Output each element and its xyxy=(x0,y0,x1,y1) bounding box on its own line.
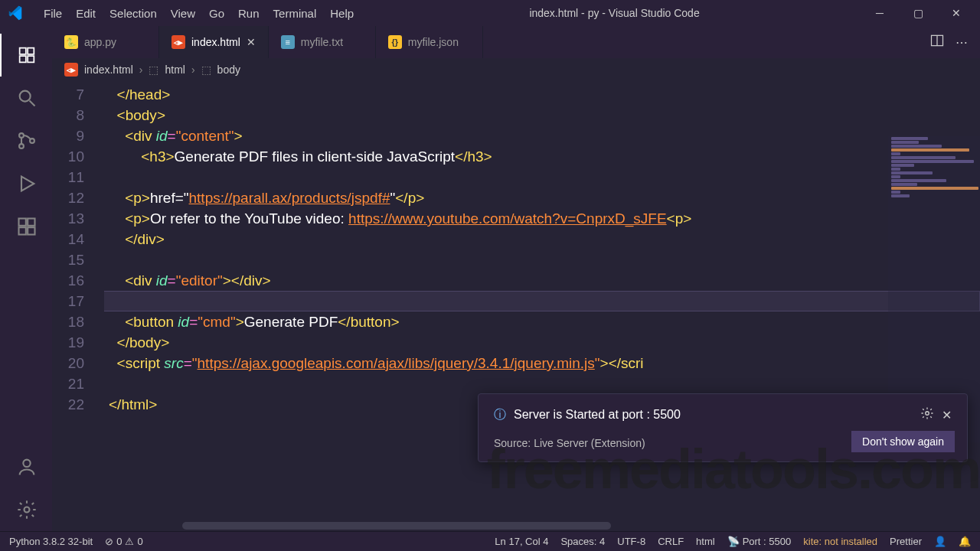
tab-myfile-json[interactable]: {} myfile.json xyxy=(376,26,483,58)
tab-myfile-txt[interactable]: ≡ myfile.txt xyxy=(269,26,376,58)
menu-help[interactable]: Help xyxy=(323,4,361,23)
symbol-icon: ⬚ xyxy=(149,64,158,76)
notification-message: Server is Started at port : 5500 xyxy=(514,408,681,422)
activity-bar xyxy=(0,26,52,531)
horizontal-scrollbar[interactable] xyxy=(52,520,980,531)
line-gutter: 78910111213141516171819202122 xyxy=(52,81,106,520)
menu-selection[interactable]: Selection xyxy=(103,4,164,23)
status-spaces[interactable]: Spaces: 4 xyxy=(560,536,605,547)
close-icon[interactable]: ✕ xyxy=(942,408,952,422)
menu-edit[interactable]: Edit xyxy=(69,4,103,23)
breadcrumb-symbol[interactable]: html xyxy=(165,64,185,76)
settings-tab[interactable] xyxy=(0,488,52,531)
status-eol[interactable]: CRLF xyxy=(658,536,684,547)
python-icon: 🐍 xyxy=(64,35,78,49)
tab-label: index.html xyxy=(191,36,240,48)
close-tab-icon[interactable]: ✕ xyxy=(247,36,256,48)
vscode-logo-icon xyxy=(6,4,24,22)
more-actions-icon[interactable]: ⋯ xyxy=(956,35,968,50)
tab-label: myfile.txt xyxy=(301,36,343,48)
error-icon: ⊘ xyxy=(105,536,113,547)
tab-index-html[interactable]: ◃▸ index.html ✕ xyxy=(159,26,269,58)
scrollbar-thumb[interactable] xyxy=(182,522,611,530)
accounts-tab[interactable] xyxy=(0,445,52,488)
notification-toast: ⓘ Server is Started at port : 5500 ✕ Sou… xyxy=(478,393,968,462)
status-bar: Python 3.8.2 32-bit ⊘0 ⚠0 Ln 17, Col 4 S… xyxy=(0,531,980,551)
status-lang[interactable]: html xyxy=(696,536,715,547)
svg-point-11 xyxy=(926,412,929,416)
svg-rect-5 xyxy=(28,219,34,226)
maximize-button[interactable]: ▢ xyxy=(906,7,929,19)
status-problems[interactable]: ⊘0 ⚠0 xyxy=(105,536,142,547)
menu-view[interactable]: View xyxy=(164,4,202,23)
status-encoding[interactable]: UTF-8 xyxy=(617,536,645,547)
split-editor-icon[interactable] xyxy=(929,33,945,51)
html-icon: ◃▸ xyxy=(172,35,185,49)
svg-point-1 xyxy=(19,133,24,138)
status-python[interactable]: Python 3.8.2 32-bit xyxy=(9,536,93,547)
svg-point-9 xyxy=(24,507,30,513)
html-icon: ◃▸ xyxy=(64,63,78,77)
menu-run[interactable]: Run xyxy=(231,4,266,23)
status-feedback-icon[interactable]: 👤 xyxy=(934,536,946,547)
svg-point-2 xyxy=(19,144,24,148)
status-kite[interactable]: kite: not installed xyxy=(803,536,877,547)
svg-point-3 xyxy=(30,139,34,143)
menubar: File Edit Selection View Go Run Terminal… xyxy=(0,0,980,26)
window-title: index.html - py - Visual Studio Code xyxy=(361,7,868,19)
search-tab[interactable] xyxy=(0,77,52,119)
chevron-right-icon: › xyxy=(191,64,195,76)
svg-point-0 xyxy=(20,91,31,102)
breadcrumb-file[interactable]: index.html xyxy=(84,64,133,76)
svg-rect-7 xyxy=(28,227,34,234)
info-icon: ⓘ xyxy=(494,407,506,423)
warning-icon: ⚠ xyxy=(125,536,134,547)
tab-label: myfile.json xyxy=(408,36,459,48)
source-control-tab[interactable] xyxy=(0,119,52,162)
close-window-button[interactable]: ✕ xyxy=(945,7,968,19)
editor-tabs: 🐍 app.py ◃▸ index.html ✕ ≡ myfile.txt {}… xyxy=(52,26,980,58)
minimize-button[interactable]: ─ xyxy=(868,7,891,19)
chevron-right-icon: › xyxy=(139,64,143,76)
tab-label: app.py xyxy=(84,36,116,48)
svg-rect-4 xyxy=(19,219,26,226)
menu-terminal[interactable]: Terminal xyxy=(266,4,324,23)
svg-point-8 xyxy=(23,460,30,467)
status-port[interactable]: 📡 Port : 5500 xyxy=(727,536,792,547)
tab-app-py[interactable]: 🐍 app.py xyxy=(52,26,159,58)
gear-icon[interactable] xyxy=(920,406,934,423)
menu-file[interactable]: File xyxy=(37,4,69,23)
window-controls: ─ ▢ ✕ xyxy=(868,7,974,19)
json-icon: {} xyxy=(388,35,402,49)
extensions-tab[interactable] xyxy=(0,205,52,248)
explorer-tab[interactable] xyxy=(0,34,52,77)
text-file-icon: ≡ xyxy=(281,35,295,49)
menu-go[interactable]: Go xyxy=(202,4,231,23)
dont-show-again-button[interactable]: Don't show again xyxy=(851,431,955,452)
svg-rect-6 xyxy=(19,227,26,234)
status-cursor[interactable]: Ln 17, Col 4 xyxy=(495,536,548,547)
run-debug-tab[interactable] xyxy=(0,162,52,205)
status-bell-icon[interactable]: 🔔 xyxy=(959,536,971,547)
breadcrumb[interactable]: ◃▸ index.html › ⬚ html › ⬚ body xyxy=(52,58,980,81)
status-prettier[interactable]: Prettier xyxy=(890,536,922,547)
symbol-icon: ⬚ xyxy=(201,64,211,76)
breadcrumb-symbol[interactable]: body xyxy=(217,64,240,76)
